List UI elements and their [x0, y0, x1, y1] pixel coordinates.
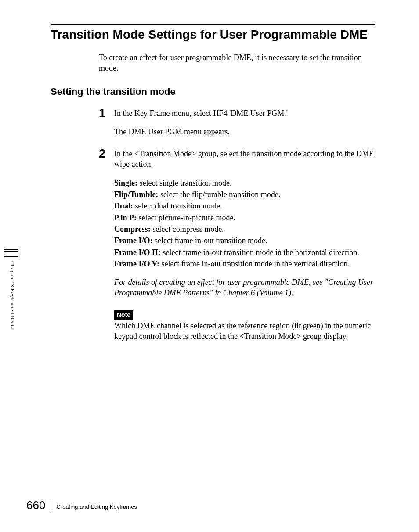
note-text: Which DME channel is selected as the ref…: [114, 320, 375, 342]
note-block: Note Which DME channel is selected as th…: [114, 309, 375, 341]
def-flip-term: Flip/Tumble:: [114, 190, 158, 199]
step-2: 2 In the <Transition Mode> group, select…: [99, 147, 375, 341]
intro-paragraph: To create an effect for user programmabl…: [99, 52, 375, 74]
def-flip-desc: select the flip/tumble transition mode.: [158, 190, 280, 199]
def-pinp-term: P in P:: [114, 213, 137, 222]
def-single-term: Single:: [114, 179, 137, 187]
def-fio-desc: select frame in-out transition mode.: [152, 236, 267, 245]
step-number-1: 1: [99, 106, 114, 145]
def-fiov-desc: select frame in-out transition mode in t…: [159, 259, 350, 268]
def-fio-term: Frame I/O:: [114, 236, 152, 245]
italic-note: For details of creating an effect for us…: [114, 277, 375, 298]
top-rule: [51, 24, 375, 25]
step1-line2: The DME User PGM menu appears.: [114, 126, 375, 137]
step2-intro: In the <Transition Mode> group, select t…: [114, 148, 375, 170]
page-title: Transition Mode Settings for User Progra…: [51, 28, 375, 42]
def-pinp-desc: select picture-in-picture mode.: [137, 213, 235, 222]
italic-text: For details of creating an effect for us…: [114, 277, 375, 298]
page-number: 660: [26, 499, 51, 512]
definition-list: Single: select single transition mode. F…: [114, 178, 375, 269]
def-compress-desc: select compress mode.: [151, 225, 224, 234]
def-dual-desc: select dual transition mode.: [133, 201, 222, 210]
def-dual-term: Dual:: [114, 201, 133, 210]
page-footer: 660 Creating and Editing Keyframes: [26, 499, 137, 512]
def-compress-term: Compress:: [114, 225, 151, 234]
step-number-2: 2: [99, 147, 114, 341]
step1-line1: In the Key Frame menu, select HF4 'DME U…: [114, 108, 375, 119]
step-1: 1 In the Key Frame menu, select HF4 'DME…: [99, 106, 375, 145]
def-fioh-term: Frame I/O H:: [114, 248, 161, 257]
section-heading: Setting the transition mode: [51, 86, 375, 97]
def-fiov-term: Frame I/O V:: [114, 259, 159, 268]
footer-separator: [51, 500, 51, 512]
note-label: Note: [114, 310, 133, 320]
def-fioh-desc: select frame in-out transition mode in t…: [161, 248, 359, 257]
footer-section-title: Creating and Editing Keyframes: [56, 501, 137, 510]
def-single-desc: select single transition mode.: [137, 179, 231, 187]
